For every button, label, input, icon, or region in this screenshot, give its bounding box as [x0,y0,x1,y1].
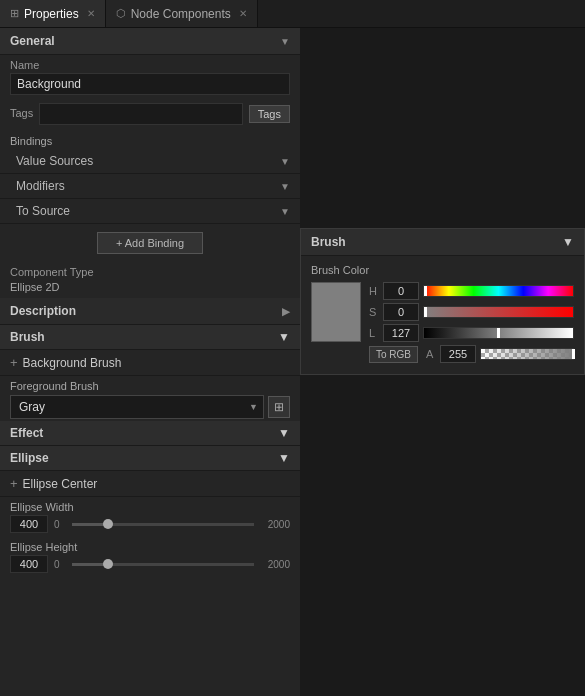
add-binding-button[interactable]: + Add Binding [97,232,203,254]
name-field-row: Name [0,55,300,99]
alpha-row: To RGB A [369,345,574,363]
general-section-label: General [10,34,55,48]
to-source-chevron: ▼ [280,206,290,217]
lit-input[interactable] [383,324,419,342]
sat-label: S [369,306,379,318]
name-input[interactable] [10,73,290,95]
fg-brush-grid-icon[interactable]: ⊞ [268,396,290,418]
ellipse-height-row: Ellipse Height 0 2000 [0,537,300,577]
ellipse-center-plus-icon[interactable]: + [10,476,18,491]
description-section-header[interactable]: Description ▶ [0,298,300,325]
hue-label: H [369,285,379,297]
to-source-row[interactable]: To Source ▼ [0,199,300,224]
color-swatch[interactable] [311,282,361,342]
ellipse-height-thumb[interactable] [103,559,113,569]
component-type-value: Ellipse 2D [10,280,290,294]
bg-brush-row: + Background Brush [0,350,300,376]
properties-tab-icon: ⊞ [10,7,19,20]
ellipse-width-label: Ellipse Width [10,501,290,513]
modifiers-chevron: ▼ [280,181,290,192]
ellipse-label: Ellipse [10,451,49,465]
modifiers-label: Modifiers [16,179,65,193]
ellipse-height-label: Ellipse Height [10,541,290,553]
fg-brush-row: Foreground Brush Gray White Black Transp… [0,376,300,421]
ellipse-width-max: 2000 [260,519,290,530]
modifiers-row[interactable]: Modifiers ▼ [0,174,300,199]
bindings-label: Bindings [0,129,300,149]
tab-node-components-close[interactable]: ✕ [239,8,247,19]
ellipse-height-track[interactable] [72,563,254,566]
ellipse-center-row: + Ellipse Center [0,471,300,497]
sat-input[interactable] [383,303,419,321]
hue-input[interactable] [383,282,419,300]
tags-button[interactable]: Tags [249,105,290,123]
hue-track[interactable] [423,285,574,297]
tab-bar: ⊞ Properties ✕ ⬡ Node Components ✕ [0,0,585,28]
brush-popup-title: Brush [311,235,346,249]
ellipse-center-label: Ellipse Center [23,477,98,491]
ellipse-width-row: Ellipse Width 0 2000 [0,497,300,537]
sat-track[interactable] [423,306,574,318]
effect-label: Effect [10,426,43,440]
alpha-thumb [572,349,575,359]
ellipse-height-max: 2000 [260,559,290,570]
brush-popup-chevron: ▼ [562,235,574,249]
lit-row: L [369,324,574,342]
tab-properties-label: Properties [24,7,79,21]
ellipse-width-input[interactable] [10,515,48,533]
fg-brush-select-wrapper: Gray White Black Transparent ▼ [10,395,264,419]
ellipse-width-track[interactable] [72,523,254,526]
tab-node-components-label: Node Components [131,7,231,21]
brush-section-header[interactable]: Brush ▼ [0,325,300,350]
lit-thumb [497,328,500,338]
tab-properties[interactable]: ⊞ Properties ✕ [0,0,106,27]
alpha-track[interactable] [480,348,574,360]
brush-color-section: Brush Color H S [301,256,584,374]
brush-chevron: ▼ [278,330,290,344]
alpha-input[interactable] [440,345,476,363]
ellipse-chevron: ▼ [278,451,290,465]
tags-input[interactable] [39,103,243,125]
fg-brush-control: Gray White Black Transparent ▼ ⊞ [10,395,290,419]
to-rgb-button[interactable]: To RGB [369,346,418,363]
add-binding-row: + Add Binding [0,224,300,262]
bg-brush-plus-icon[interactable]: + [10,355,18,370]
ellipse-height-min: 0 [54,559,66,570]
fg-brush-select[interactable]: Gray White Black Transparent [10,395,264,419]
brush-color-label: Brush Color [311,264,574,276]
color-editor: H S [311,282,574,366]
brush-popup-header: Brush ▼ [301,229,584,256]
effect-section-header[interactable]: Effect ▼ [0,421,300,446]
hue-thumb [424,286,427,296]
hue-row: H [369,282,574,300]
component-type-label: Component Type [10,266,290,278]
component-type-row: Component Type Ellipse 2D [0,262,300,298]
tab-properties-close[interactable]: ✕ [87,8,95,19]
brush-popup: Brush ▼ Brush Color H [300,228,585,375]
description-chevron: ▶ [282,306,290,317]
ellipse-height-input[interactable] [10,555,48,573]
left-panel: General ▼ Name Tags Tags Bindings Value … [0,28,300,696]
ellipse-width-thumb[interactable] [103,519,113,529]
sat-thumb [424,307,427,317]
brush-section-label: Brush [10,330,45,344]
ellipse-width-min: 0 [54,519,66,530]
ellipse-section-header[interactable]: Ellipse ▼ [0,446,300,471]
tab-node-components[interactable]: ⬡ Node Components ✕ [106,0,258,27]
lit-label: L [369,327,379,339]
bg-brush-label: Background Brush [23,356,122,370]
name-label: Name [10,59,290,71]
general-section-header[interactable]: General ▼ [0,28,300,55]
description-label: Description [10,304,76,318]
node-components-tab-icon: ⬡ [116,7,126,20]
ellipse-width-control: 0 2000 [10,515,290,533]
value-sources-row[interactable]: Value Sources ▼ [0,149,300,174]
value-sources-label: Value Sources [16,154,93,168]
color-sliders: H S [369,282,574,366]
general-chevron-icon: ▼ [280,36,290,47]
fg-brush-label: Foreground Brush [10,380,290,392]
alpha-label: A [426,348,436,360]
lit-track[interactable] [423,327,574,339]
right-panel: Brush ▼ Brush Color H [300,28,585,696]
tags-row: Tags Tags [0,99,300,129]
